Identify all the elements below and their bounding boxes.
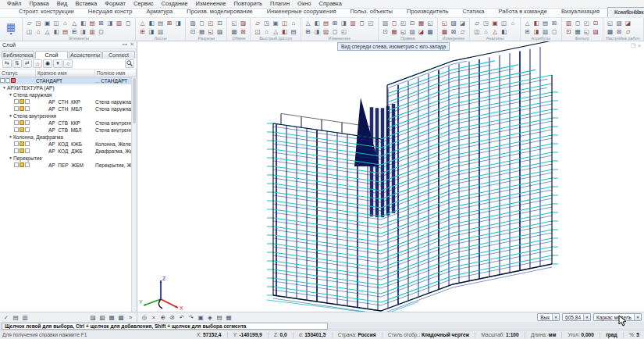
toolbar-icon-5-1-2[interactable]: ▥: [322, 27, 331, 36]
toolbar-icon-8-0-2[interactable]: ▣: [490, 19, 500, 27]
toolbar-icon-7-0-0[interactable]: ◱: [440, 19, 450, 27]
toolbar-icon-4-0-2[interactable]: ▣: [271, 19, 280, 27]
toolbar-icon-5-0-7[interactable]: ◰: [366, 19, 375, 27]
toolbar-icon-4-0-0[interactable]: ▱: [253, 19, 262, 27]
toolbar-icon-5-1-1[interactable]: ◨: [312, 27, 322, 36]
toolbar-icon-4-1-3[interactable]: ◧: [280, 27, 290, 36]
toolbar-icon-7-1-1[interactable]: ⊠: [449, 27, 458, 36]
toolbar-icon-10-0-2[interactable]: ◰: [582, 19, 592, 27]
toolbar-icon-0-0-11[interactable]: ◻: [123, 19, 133, 27]
layer-row-5[interactable]: АР_СТВ_ККРСтена внутренняя, Ки: [0, 120, 137, 127]
toolbar-icon-0-1-1[interactable]: ⌂: [34, 27, 43, 36]
toolbar-icon-6-1-2[interactable]: ◱: [399, 27, 408, 36]
layer-row-8[interactable]: АР_КОД_КЖБКолонна, Железобет: [0, 141, 137, 148]
toolbar-icon-6-1-5[interactable]: ▩: [425, 27, 435, 36]
layer-row-3[interactable]: АР_СТН_МБЛСтена наружная, Мел: [0, 105, 137, 112]
brush-icon[interactable]: ▨: [88, 313, 98, 322]
toolbar-icon-6-0-2[interactable]: ◰: [399, 19, 408, 27]
toolbar-icon-4-0-3[interactable]: ◫: [280, 19, 290, 27]
toolbar-icon-5-1-0[interactable]: ⊞: [304, 27, 313, 36]
ribbon-tab-2[interactable]: Арматура: [140, 7, 179, 17]
visibility-icon[interactable]: ◉: [43, 59, 52, 68]
toolbar-icon-0-1-3[interactable]: ◧: [52, 27, 61, 36]
ribbon-tab-6[interactable]: Производитель: [400, 7, 454, 17]
panel-scrollbar[interactable]: [131, 77, 137, 312]
toolbar-icon-9-1-0[interactable]: ⊞: [523, 27, 532, 36]
toolbar-icon-8-0-4[interactable]: ⌂: [508, 19, 518, 27]
toolbar-icon-10-1-0[interactable]: ⊡: [564, 27, 574, 36]
toolbar-icon-3-0-1[interactable]: ▨: [239, 19, 248, 27]
doc-copy-icon[interactable]: ▥: [20, 313, 30, 322]
ribbon-tab-7[interactable]: Статика: [456, 7, 490, 17]
toolbar-icon-2-0-1[interactable]: ◻: [197, 19, 207, 27]
track-point-icon[interactable]: ◎: [140, 313, 149, 322]
window-copy-icon[interactable]: ▣: [196, 313, 205, 322]
chevron-down-icon[interactable]: ▾: [634, 314, 641, 320]
visibility-dropdown-icon[interactable]: ▾: [53, 59, 62, 68]
chevron-down-icon[interactable]: ▾: [552, 314, 559, 320]
layer-group-7[interactable]: ▼Колонна, Диафрагма: [0, 134, 137, 141]
launcher-button[interactable]: ▦ ▾: [0, 18, 23, 41]
toolbar-icon-5-0-0[interactable]: △: [304, 19, 313, 27]
tools-icon[interactable]: ⚒: [634, 9, 639, 16]
toolbar-icon-0-1-8[interactable]: ◻: [97, 27, 106, 36]
chevron-down-icon[interactable]: ▼: [2, 85, 7, 90]
home-layer-icon[interactable]: ⌂: [33, 59, 42, 68]
toolbar-icon-9-1-2[interactable]: ▥: [541, 27, 550, 36]
command-line-input[interactable]: Щелчок левой для выбора, Ctrl + щелчок д…: [2, 323, 328, 330]
layer-row-6[interactable]: АР_СТВ_МБЛСтена внутренняя, М: [0, 127, 137, 134]
transfer-left-icon[interactable]: ⇆: [2, 59, 12, 68]
toolbar-icon-8-1-0[interactable]: ◫: [472, 27, 482, 36]
toolbar-icon-4-0-1[interactable]: ◳: [262, 19, 272, 27]
toolbar-icon-7-1-0[interactable]: ▩: [440, 27, 450, 36]
toolbar-icon-1-1-2[interactable]: ▥: [156, 27, 165, 36]
toolbar-icon-11-0-1[interactable]: ▨: [614, 19, 624, 27]
toolbar-icon-6-1-1[interactable]: ▦: [390, 27, 399, 36]
ribbon-tab-4[interactable]: Инженерные сооружения: [261, 7, 343, 17]
toolbar-icon-6-0-4[interactable]: ▦: [417, 19, 426, 27]
toolbar-icon-10-0-3[interactable]: ⊡: [591, 19, 600, 27]
toolbar-icon-0-0-3[interactable]: ◫: [52, 19, 61, 27]
toolbar-icon-2-1-1[interactable]: ▦: [197, 27, 207, 36]
ribbon-tab-0[interactable]: Строит. конструкции: [12, 7, 80, 17]
folder-icon[interactable]: ▧: [98, 313, 107, 322]
toolbar-icon-1-0-1[interactable]: ◧: [147, 19, 156, 27]
ribbon-tab-8[interactable]: Работа в команде: [492, 7, 553, 17]
ribbon-tab-9[interactable]: Визуализация: [555, 7, 606, 17]
toolbar-icon-0-0-9[interactable]: ◨: [105, 19, 115, 27]
chevron-down-icon[interactable]: ▼: [8, 155, 13, 160]
settings-icon[interactable]: ⚙: [625, 9, 631, 16]
column-status[interactable]: Статус: [0, 70, 36, 77]
column-short-name[interactable]: Краткое имя: [36, 70, 95, 77]
layers-view-icon[interactable]: ▤: [215, 313, 224, 322]
toolbar-icon-0-0-1[interactable]: ◳: [34, 19, 43, 27]
chevron-down-icon[interactable]: ▼: [8, 92, 13, 97]
toolbar-icon-0-1-2[interactable]: △: [43, 27, 52, 36]
apply-check-icon[interactable]: ✓: [2, 313, 11, 322]
toolbar-icon-11-0-2[interactable]: ◪: [624, 19, 633, 27]
layer-group-0[interactable]: ▼АРХИТЕКТУРА (АР): [0, 84, 137, 91]
layer-row-9[interactable]: АР_КОД_ДЖБДиафрагма, Железоб: [0, 148, 137, 155]
isometry-icon[interactable]: ◈: [205, 313, 215, 322]
delete-icon[interactable]: ×: [149, 313, 158, 322]
toolbar-icon-9-1-1[interactable]: ◨: [532, 27, 541, 36]
toolbar-icon-0-0-5[interactable]: △: [69, 19, 79, 27]
toolbar-icon-0-0-2[interactable]: ▣: [43, 19, 52, 27]
panel-tab-0[interactable]: Библиотека: [2, 51, 34, 59]
panel-tab-3[interactable]: Connect: [102, 51, 135, 59]
ribbon-tab-1[interactable]: Несущая констр: [82, 7, 139, 17]
toolbar-icon-11-1-2[interactable]: ▱: [624, 27, 633, 36]
scale-dropdown[interactable]: 605,84▾: [562, 313, 591, 321]
transfer-updown-icon[interactable]: ⇅: [12, 59, 22, 68]
toolbar-icon-6-1-4[interactable]: ◪: [417, 27, 426, 36]
search-icon[interactable]: [125, 59, 134, 68]
hidden-icon[interactable]: ○: [63, 59, 73, 68]
toolbar-icon-8-0-1[interactable]: ◳: [482, 19, 491, 27]
layout-icon[interactable]: ▦: [107, 313, 116, 322]
toolbar-icon-1-0-4[interactable]: ◨: [174, 19, 183, 27]
toolbar-icon-1-0-2[interactable]: ▤: [156, 19, 165, 27]
toolbar-icon-9-1-3[interactable]: ◻: [550, 27, 559, 36]
layer-row-2[interactable]: АР_СТН_ККРСтена наружная, Кир: [0, 98, 137, 105]
toolbar-icon-0-0-4[interactable]: ⌂: [61, 19, 70, 27]
chevron-down-icon[interactable]: ▼: [8, 134, 13, 139]
